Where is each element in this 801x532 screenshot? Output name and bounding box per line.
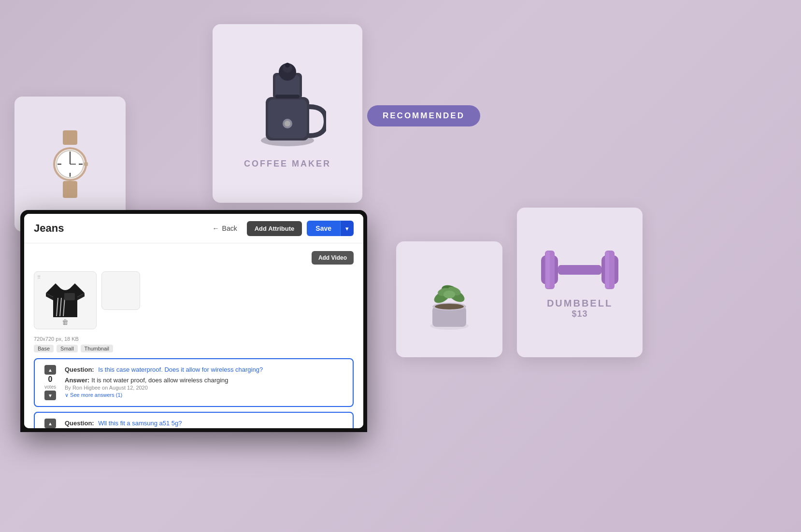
page-title: Jeans	[34, 222, 64, 235]
svg-rect-36	[558, 265, 601, 275]
product-image-main: ⠿ 🗑	[34, 271, 97, 329]
tag-thumbnail: Thumbnail	[81, 345, 113, 352]
qa-meta-1: By Ron Higbee on August 12, 2020	[65, 385, 346, 391]
back-label: Back	[222, 224, 237, 232]
qa-content-1: Question: Is this case waterproof. Does …	[65, 365, 346, 398]
laptop-screen: Jeans ← Back Add Attribute Save ▾ Add V	[24, 214, 363, 428]
save-button[interactable]: Save	[307, 221, 340, 236]
vote-count-1: 0	[48, 376, 53, 383]
vote-controls-1: ▲ 0 votes ▼	[42, 365, 59, 400]
qa-question-row-2: Question: Wll this fit a samsung a51 5g?	[65, 419, 346, 427]
svg-point-9	[285, 121, 290, 126]
add-attribute-button[interactable]: Add Attribute	[247, 221, 302, 236]
dumbbell-image	[541, 246, 618, 294]
back-button[interactable]: ← Back	[208, 222, 242, 235]
plant-card	[396, 241, 502, 357]
app-header: Jeans ← Back Add Attribute Save ▾	[24, 214, 363, 243]
vote-controls-2: ▲ 0 votes ▼	[42, 419, 59, 428]
recommended-badge: RECOMMENDED	[367, 105, 480, 126]
tag-base: Base	[34, 345, 54, 352]
svg-rect-40	[605, 252, 609, 288]
coffee-maker-card: COFFEE MAKER	[213, 24, 362, 203]
watch-image	[46, 130, 94, 198]
dumbbell-card-price: $13	[572, 309, 587, 319]
plant-image	[423, 268, 476, 331]
product-image-secondary	[101, 271, 140, 310]
qa-see-more-1[interactable]: ∨ See more answers (1)	[65, 392, 346, 398]
back-arrow-icon: ←	[213, 224, 219, 232]
tag-small: Small	[57, 345, 78, 352]
header-actions: ← Back Add Attribute Save ▾	[208, 221, 354, 236]
qa-answer-row-1: Answer: It is not water proof, does allo…	[65, 377, 346, 384]
svg-rect-39	[546, 252, 550, 288]
dumbbell-card: DUMBBELL $13	[517, 208, 643, 357]
svg-point-33	[443, 291, 455, 298]
app-content[interactable]: Add Video ⠿	[24, 243, 363, 428]
answer-label-1: Answer:	[65, 377, 89, 384]
svg-point-27	[435, 304, 464, 309]
image-info-text: 720x720 px, 18 KB	[34, 336, 354, 342]
save-button-group: Save ▾	[307, 221, 354, 236]
upvote-button-2[interactable]: ▲	[44, 419, 56, 428]
delete-image-icon[interactable]: 🗑	[62, 318, 69, 326]
downvote-button-1[interactable]: ▼	[44, 391, 56, 400]
votes-label-1: votes	[44, 384, 56, 390]
coffee-card-label: COFFEE MAKER	[244, 159, 331, 169]
save-dropdown-button[interactable]: ▾	[340, 221, 354, 236]
qa-section: ▲ 0 votes ▼ Question: Is this case water…	[34, 358, 354, 428]
product-images-row: ⠿ 🗑	[34, 271, 354, 329]
image-info-row: 720x720 px, 18 KB Base Small Thumbnail	[34, 336, 354, 352]
question-text-1: Is this case waterproof. Does it allow f…	[98, 366, 263, 373]
qa-card-2: ▲ 0 votes ▼ Question: Wll this fit a sam…	[34, 412, 354, 428]
qa-card-1: ▲ 0 votes ▼ Question: Is this case water…	[34, 358, 354, 407]
dumbbell-card-label: DUMBBELL	[547, 298, 613, 309]
svg-rect-22	[63, 181, 77, 198]
qa-question-row-1: Question: Is this case waterproof. Does …	[65, 365, 346, 374]
svg-rect-11	[63, 130, 77, 145]
chevron-down-icon: ▾	[345, 225, 349, 232]
answer-text-1: It is not water proof, does allow wirele…	[91, 377, 228, 384]
laptop-frame: Jeans ← Back Add Attribute Save ▾ Add V	[20, 210, 367, 432]
coffee-maker-image	[249, 58, 326, 155]
upvote-button-1[interactable]: ▲	[44, 365, 56, 375]
svg-rect-10	[275, 95, 300, 98]
question-label-2: Question:	[65, 420, 94, 427]
question-text-2: Wll this fit a samsung a51 5g?	[98, 420, 182, 427]
drag-handle-icon: ⠿	[37, 275, 41, 280]
question-label-1: Question:	[65, 366, 94, 373]
image-tags: Base Small Thumbnail	[34, 345, 354, 352]
svg-point-7	[285, 63, 290, 68]
svg-rect-44	[64, 293, 75, 300]
qa-content-2: Question: Wll this fit a samsung a51 5g?…	[65, 419, 346, 428]
add-video-button[interactable]: Add Video	[312, 251, 354, 265]
tshirt-image	[46, 279, 85, 322]
add-video-row: Add Video	[34, 251, 354, 265]
